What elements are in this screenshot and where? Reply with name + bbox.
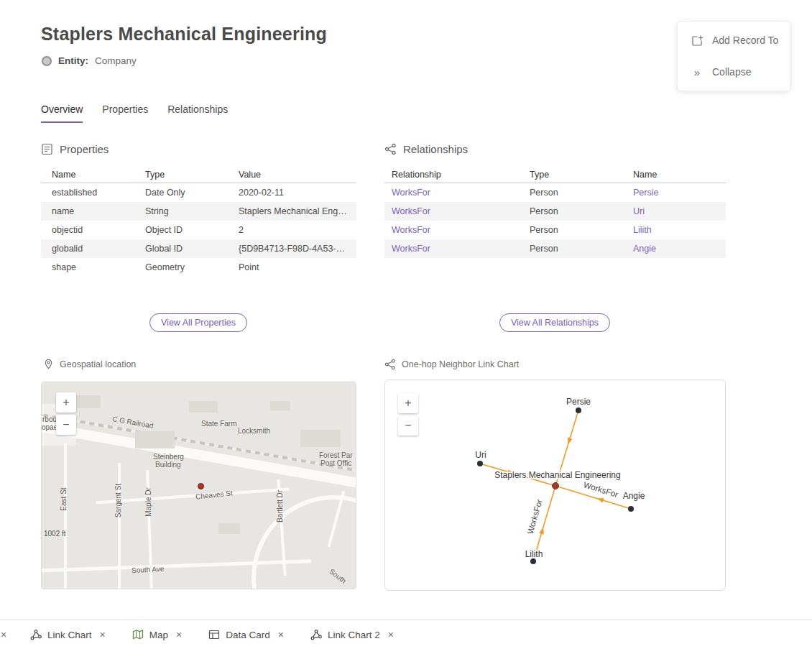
bottom-tab-map[interactable]: Map × bbox=[132, 629, 182, 640]
map-label-poi: Steinberg bbox=[153, 453, 184, 461]
node-angie[interactable] bbox=[628, 506, 634, 512]
link-chart-icon bbox=[310, 629, 322, 640]
related-entity-link[interactable]: Persie bbox=[626, 188, 726, 198]
tab-relationships[interactable]: Relationships bbox=[167, 103, 228, 123]
property-value: Point bbox=[228, 262, 356, 272]
map-building bbox=[135, 431, 175, 448]
edge-label-worksfor: WorksFor bbox=[526, 498, 544, 535]
column-header-type: Type bbox=[134, 170, 228, 180]
table-row: WorksFor Person Angie bbox=[384, 239, 726, 258]
entity-value: Company bbox=[95, 55, 137, 66]
link-chart-icon bbox=[30, 629, 42, 640]
page-title: Staplers Mechanical Engineering bbox=[41, 24, 327, 45]
menu-item-add-record-to[interactable]: Add Record To bbox=[678, 24, 790, 56]
map-basemap: rbour opaedics C G Railroad State Farm L… bbox=[42, 382, 356, 589]
geospatial-section-header: Geospatial location bbox=[43, 359, 136, 369]
map-zoom-out-button[interactable]: − bbox=[56, 415, 76, 435]
card-tabs: Overview Properties Relationships bbox=[41, 103, 247, 123]
column-header-relationship: Relationship bbox=[384, 170, 522, 180]
node-persie[interactable] bbox=[576, 408, 581, 413]
tab-close-button[interactable]: × bbox=[1, 629, 6, 640]
tab-close-button[interactable]: × bbox=[278, 629, 284, 640]
relationships-section-header: Relationships bbox=[384, 143, 468, 155]
node-uri[interactable] bbox=[477, 461, 483, 466]
map-label-street: East St bbox=[60, 487, 68, 510]
node-label-center: Staplers Mechanical Engineering bbox=[494, 470, 620, 480]
properties-icon bbox=[41, 143, 53, 155]
map-building bbox=[300, 430, 341, 447]
linkchart-zoom-out-button[interactable]: − bbox=[398, 415, 418, 436]
map-pin-icon bbox=[43, 359, 54, 369]
relationship-link[interactable]: WorksFor bbox=[384, 244, 522, 254]
property-type: Object ID bbox=[134, 225, 228, 235]
add-record-icon bbox=[691, 34, 703, 47]
relationship-link[interactable]: WorksFor bbox=[384, 188, 522, 198]
menu-item-label: Add Record To bbox=[712, 34, 778, 46]
table-row: established Date Only 2020-02-11 bbox=[41, 183, 356, 202]
column-header-type: Type bbox=[522, 170, 626, 180]
bottom-tab-label: Map bbox=[149, 630, 168, 640]
property-type: Global ID bbox=[134, 244, 228, 254]
relationship-link[interactable]: WorksFor bbox=[384, 225, 522, 235]
table-row: WorksFor Person Uri bbox=[384, 202, 726, 221]
bottom-tab-bar: Link Chart × Map × Data Card × bbox=[0, 620, 812, 649]
tab-overview[interactable]: Overview bbox=[41, 103, 83, 123]
table-row: WorksFor Person Persie bbox=[384, 183, 726, 202]
map-zoom-in-button[interactable]: + bbox=[56, 392, 76, 413]
entity-row: Entity: Company bbox=[42, 55, 137, 66]
view-all-properties-button[interactable]: View All Properties bbox=[149, 313, 247, 332]
node-label-angie: Angie bbox=[623, 491, 645, 501]
relationship-type: Person bbox=[522, 244, 626, 254]
bottom-tab-link-chart-2[interactable]: Link Chart 2 × bbox=[310, 629, 394, 640]
map-road bbox=[96, 488, 290, 505]
map-building bbox=[270, 401, 290, 410]
linkchart-section-title: One-hop Neighbor Link Chart bbox=[402, 359, 519, 369]
node-label-persie: Persie bbox=[566, 397, 591, 407]
table-header-row: Name Type Value bbox=[41, 167, 356, 183]
relationships-section-title: Relationships bbox=[403, 143, 468, 155]
link-chart-canvas[interactable]: WorksFor WorksFor Persie Uri Angie Lilit… bbox=[384, 379, 726, 591]
bottom-tab-label: Link Chart bbox=[47, 630, 92, 640]
tab-properties[interactable]: Properties bbox=[102, 103, 148, 123]
property-name: name bbox=[41, 206, 134, 216]
node-lilith[interactable] bbox=[530, 558, 536, 564]
context-menu: Add Record To » Collapse bbox=[678, 22, 790, 91]
column-header-name: Name bbox=[41, 170, 134, 180]
table-row: name String Staplers Mechanical Eng… bbox=[41, 202, 356, 221]
tab-close-button[interactable]: × bbox=[100, 629, 106, 640]
entity-location-marker[interactable] bbox=[198, 483, 204, 489]
linkchart-zoom-in-button[interactable]: + bbox=[398, 393, 418, 413]
map-road bbox=[118, 463, 121, 589]
properties-table: Name Type Value established Date Only 20… bbox=[41, 167, 356, 277]
property-name: objectid bbox=[41, 225, 134, 235]
collapse-icon: » bbox=[691, 66, 703, 78]
property-name: shape bbox=[41, 262, 134, 272]
menu-item-collapse[interactable]: » Collapse bbox=[678, 56, 790, 88]
related-entity-link[interactable]: Angie bbox=[626, 244, 726, 254]
map-scale-label: 1002 ft bbox=[44, 530, 66, 538]
property-value: 2020-02-11 bbox=[228, 188, 356, 198]
properties-section-title: Properties bbox=[60, 143, 109, 155]
tab-close-button[interactable]: × bbox=[176, 629, 182, 640]
relationship-link[interactable]: WorksFor bbox=[384, 206, 522, 216]
map-canvas[interactable]: rbour opaedics C G Railroad State Farm L… bbox=[41, 382, 356, 589]
menu-item-label: Collapse bbox=[712, 66, 751, 78]
related-entity-link[interactable]: Lilith bbox=[626, 225, 726, 235]
relationships-icon bbox=[384, 143, 397, 155]
node-center-company[interactable] bbox=[553, 483, 559, 489]
bottom-tab-data-card[interactable]: Data Card × bbox=[208, 629, 284, 640]
view-all-relationships-button[interactable]: View All Relationships bbox=[499, 313, 610, 332]
table-row: WorksFor Person Lilith bbox=[384, 221, 726, 239]
bottom-tab-link-chart[interactable]: Link Chart × bbox=[30, 629, 106, 640]
map-label-street: Sargent St bbox=[114, 484, 122, 517]
property-name: established bbox=[41, 188, 134, 198]
column-header-name: Name bbox=[626, 170, 726, 180]
data-card-page: Staplers Mechanical Engineering Entity: … bbox=[0, 0, 812, 649]
map-building bbox=[76, 395, 101, 408]
entity-type-icon bbox=[42, 56, 52, 66]
link-chart-graph: WorksFor WorksFor Persie Uri Angie Lilit… bbox=[385, 380, 725, 590]
relationships-table: Relationship Type Name WorksFor Person P… bbox=[384, 167, 726, 258]
tab-close-button[interactable]: × bbox=[388, 629, 394, 640]
map-label-poi: Forest Par bbox=[319, 451, 353, 459]
related-entity-link[interactable]: Uri bbox=[626, 206, 726, 216]
